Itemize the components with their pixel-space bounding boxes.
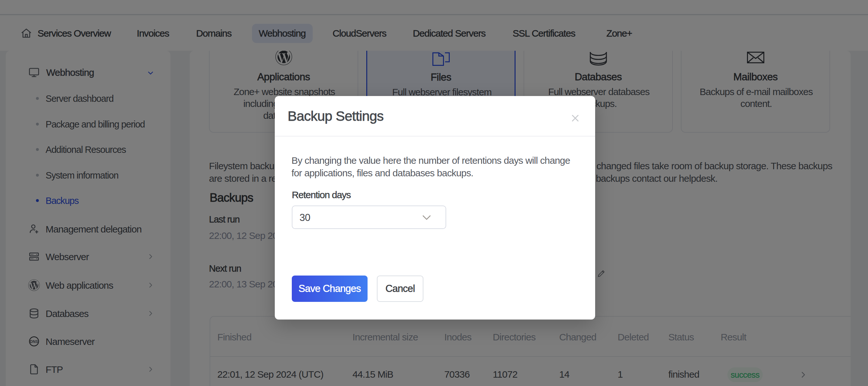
modal-body-line1: By changing the value here the number of…	[291, 154, 570, 167]
save-changes-button[interactable]: Save Changes	[292, 275, 368, 302]
retention-days-select[interactable]: 30	[292, 206, 446, 229]
modal-title: Backup Settings	[288, 108, 383, 124]
close-icon[interactable]	[570, 113, 580, 123]
select-value: 30	[300, 211, 310, 224]
save-changes-label: Save Changes	[299, 283, 361, 294]
chevron-down-icon	[423, 215, 431, 220]
modal-body-line2: for applications, files and databases ba…	[291, 167, 473, 179]
modal-header-divider	[275, 136, 595, 137]
retention-days-label: Retention days	[292, 188, 350, 201]
cancel-label: Cancel	[385, 283, 415, 294]
page: Services Overview Invoices Domains Webho…	[0, 0, 868, 386]
backup-settings-modal: Backup Settings By changing the value he…	[275, 96, 595, 320]
cancel-button[interactable]: Cancel	[377, 275, 424, 302]
